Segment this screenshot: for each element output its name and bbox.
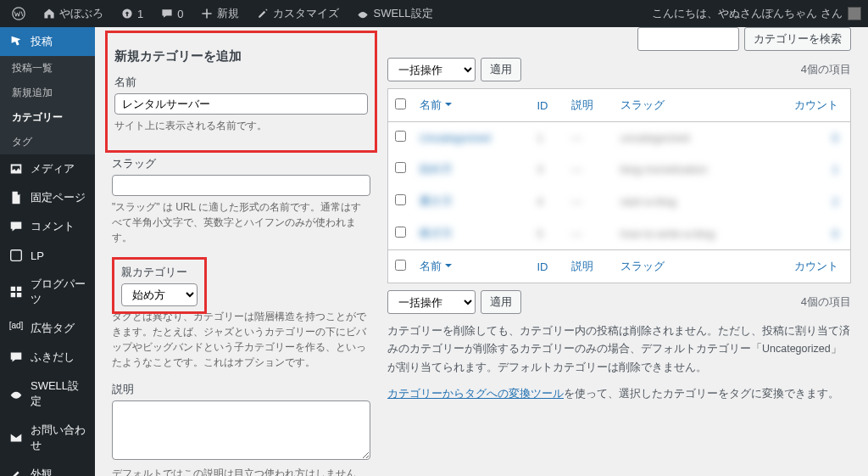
sort-icon (442, 98, 452, 111)
user-greeting[interactable]: こんにちは、やぬさんぽんちゃん さん (652, 6, 843, 21)
row-count[interactable]: 0 (832, 227, 838, 240)
new-content[interactable]: 新規 (195, 6, 244, 21)
sidebar-sub-tags[interactable]: タグ (0, 130, 95, 154)
sidebar-item-lp[interactable]: LP (0, 241, 95, 270)
row-id: 4 (537, 195, 542, 208)
row-checkbox[interactable] (395, 194, 406, 205)
row-name[interactable]: 始め方 (420, 162, 453, 175)
item-count-bottom: 4個の項目 (801, 294, 851, 310)
item-count-top: 4個の項目 (801, 62, 851, 77)
row-checkbox[interactable] (395, 162, 406, 173)
row-id: 1 (537, 132, 542, 144)
row-count[interactable]: 0 (832, 132, 838, 144)
row-name[interactable]: Uncategorized (420, 132, 491, 144)
col-name[interactable]: 名前 (413, 89, 530, 122)
row-slug: how-to-write-a-blog (620, 227, 715, 240)
sidebar-item-blogparts[interactable]: ブログパーツ (0, 270, 95, 314)
search-button[interactable]: カテゴリーを検索 (744, 27, 851, 51)
convert-link[interactable]: カテゴリーからタグへの変換ツール (387, 388, 564, 400)
parent-desc: タグとは異なり、カテゴリーは階層構造を持つことができます。たとえば、ジャズという… (112, 309, 370, 370)
row-name[interactable]: 稼ぎ方 (420, 227, 453, 239)
sidebar-sub-categories[interactable]: カテゴリー (0, 105, 95, 130)
col-id-f[interactable]: ID (530, 249, 564, 283)
slug-input[interactable] (112, 175, 370, 196)
sidebar-item-contact[interactable]: お問い合わせ (0, 416, 95, 460)
comments-count[interactable]: 0 (155, 7, 188, 20)
row-count[interactable]: 2 (832, 195, 838, 208)
parent-label: 親カテゴリー (121, 265, 198, 280)
table-row: 稼ぎ方5—how-to-write-a-blog0 (388, 217, 850, 249)
bulk-apply-top[interactable]: 適用 (481, 58, 521, 81)
row-id: 3 (537, 163, 542, 176)
slug-desc: "スラッグ" は URL に適した形式の名前です。通常はすべて半角小文字で、英数… (112, 199, 370, 245)
row-slug: blog-monetization (620, 163, 708, 176)
user-avatar-icon[interactable] (848, 7, 861, 20)
row-count[interactable]: 1 (832, 163, 838, 176)
row-checkbox[interactable] (395, 227, 406, 238)
bulk-action-select-top[interactable]: 一括操作 (387, 58, 476, 81)
sidebar-item-swell[interactable]: SWELL設定 (0, 372, 95, 416)
svg-rect-1 (11, 250, 22, 261)
bulk-apply-bottom[interactable]: 適用 (481, 290, 521, 314)
admin-sidebar: 投稿 投稿一覧 新規追加 カテゴリー タグ メディア 固定ページ コメント LP… (0, 27, 95, 476)
desc-textarea[interactable] (112, 400, 370, 460)
row-slug: start-a-blog (620, 195, 676, 208)
sidebar-item-adtag[interactable]: [ad]広告タグ (0, 314, 95, 343)
row-slug: uncategorized (620, 132, 690, 144)
category-table: 名前 ID 説明 スラッグ カウント Uncategorized1—uncate… (387, 88, 851, 283)
table-row: Uncategorized1—uncategorized0 (388, 122, 850, 153)
select-all-top[interactable] (395, 98, 406, 109)
sidebar-item-comments[interactable]: コメント (0, 212, 95, 241)
col-slug[interactable]: スラッグ (614, 89, 763, 122)
row-name[interactable]: 書き方 (420, 194, 453, 207)
col-count[interactable]: カウント (763, 89, 850, 122)
site-home[interactable]: やぼぶろ (37, 6, 108, 21)
customize[interactable]: カスタマイズ (251, 6, 344, 21)
col-count-f[interactable]: カウント (763, 249, 850, 283)
sidebar-sub-new-post[interactable]: 新規追加 (0, 81, 95, 105)
col-desc[interactable]: 説明 (565, 89, 614, 122)
sidebar-item-pages[interactable]: 固定ページ (0, 183, 95, 212)
convert-note: カテゴリーからタグへの変換ツールを使って、選択したカテゴリーをタグに変換できます… (387, 385, 851, 403)
sidebar-item-posts[interactable]: 投稿 (0, 27, 95, 56)
row-desc: — (571, 132, 582, 144)
desc-label: 説明 (112, 382, 370, 397)
sidebar-item-fukidashi[interactable]: ふきだし (0, 343, 95, 372)
row-id: 5 (537, 227, 542, 240)
select-all-bottom[interactable] (395, 260, 406, 271)
sidebar-item-appearance[interactable]: 外観 (0, 460, 95, 476)
row-desc: — (571, 227, 582, 240)
svg-point-0 (13, 8, 25, 20)
col-name-f[interactable]: 名前 (413, 249, 530, 283)
parent-select[interactable]: 始め方 (121, 283, 198, 306)
table-row: 書き方4—start-a-blog2 (388, 185, 850, 217)
name-desc: サイト上に表示される名前です。 (114, 118, 368, 133)
swell-settings-toolbar[interactable]: SWELL設定 (351, 6, 437, 21)
table-row: 始め方3—blog-monetization1 (388, 153, 850, 185)
name-label: 名前 (114, 75, 368, 90)
slug-label: スラッグ (112, 156, 370, 171)
row-desc: — (571, 195, 582, 208)
row-desc: — (571, 163, 582, 176)
search-input[interactable] (637, 27, 739, 51)
sidebar-item-media[interactable]: メディア (0, 154, 95, 183)
sort-icon (442, 260, 452, 272)
delete-note: カテゴリーを削除しても、カテゴリー内の投稿は削除されません。ただし、投稿に割り当… (387, 322, 851, 377)
name-input[interactable] (114, 93, 368, 115)
col-slug-f[interactable]: スラッグ (614, 249, 763, 283)
row-checkbox[interactable] (395, 131, 406, 142)
col-id[interactable]: ID (530, 89, 564, 122)
wp-logo[interactable] (7, 7, 31, 20)
sidebar-sub-all-posts[interactable]: 投稿一覧 (0, 56, 95, 81)
form-heading: 新規カテゴリーを追加 (114, 48, 368, 64)
col-desc-f[interactable]: 説明 (565, 249, 614, 283)
updates[interactable]: 1 (115, 7, 148, 20)
desc-desc: デフォルトではこの説明は目立つ使われ方はしませんが、テーマによっては表示されます… (112, 466, 370, 476)
bulk-action-select-bottom[interactable]: 一括操作 (387, 290, 476, 314)
